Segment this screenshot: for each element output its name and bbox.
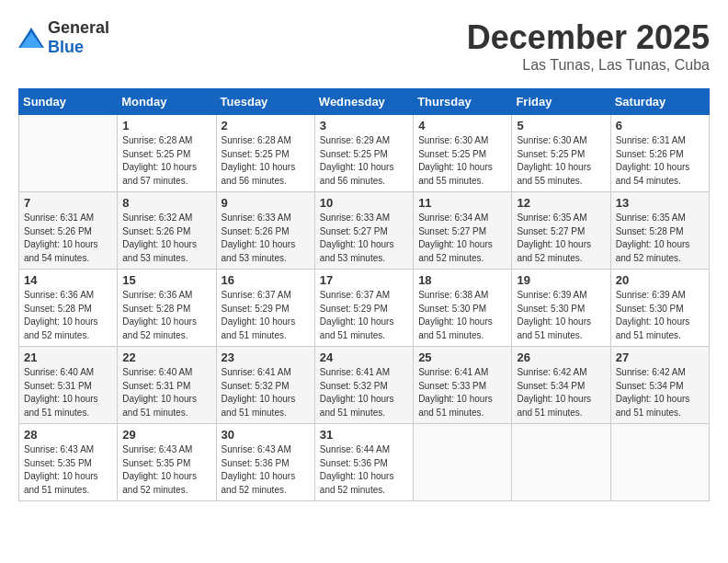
calendar-day-cell <box>414 424 512 501</box>
title-section: December 2025 Las Tunas, Las Tunas, Cuba <box>467 18 710 74</box>
calendar-day-cell: 21Sunrise: 6:40 AMSunset: 5:31 PMDayligh… <box>19 347 118 424</box>
day-info: Sunrise: 6:36 AMSunset: 5:28 PMDaylight:… <box>24 289 112 342</box>
calendar-day-cell: 10Sunrise: 6:33 AMSunset: 5:27 PMDayligh… <box>314 192 413 270</box>
calendar-day-cell: 16Sunrise: 6:37 AMSunset: 5:29 PMDayligh… <box>216 270 314 347</box>
weekday-header-tuesday: Tuesday <box>216 89 314 115</box>
day-number: 26 <box>517 350 605 364</box>
calendar-day-cell: 25Sunrise: 6:41 AMSunset: 5:33 PMDayligh… <box>414 347 512 424</box>
day-number: 9 <box>222 196 310 210</box>
day-info: Sunrise: 6:37 AMSunset: 5:29 PMDaylight:… <box>222 289 310 342</box>
calendar-day-cell: 26Sunrise: 6:42 AMSunset: 5:34 PMDayligh… <box>512 347 610 424</box>
day-info: Sunrise: 6:42 AMSunset: 5:34 PMDaylight:… <box>616 366 704 419</box>
calendar-day-cell: 29Sunrise: 6:43 AMSunset: 5:35 PMDayligh… <box>118 424 216 501</box>
day-info: Sunrise: 6:40 AMSunset: 5:31 PMDaylight:… <box>122 366 210 419</box>
day-info: Sunrise: 6:41 AMSunset: 5:32 PMDaylight:… <box>320 366 408 419</box>
day-info: Sunrise: 6:31 AMSunset: 5:26 PMDaylight:… <box>616 134 704 188</box>
calendar-day-cell: 20Sunrise: 6:39 AMSunset: 5:30 PMDayligh… <box>610 270 709 347</box>
day-info: Sunrise: 6:40 AMSunset: 5:31 PMDaylight:… <box>24 366 112 419</box>
day-number: 15 <box>122 273 210 287</box>
day-number: 28 <box>24 428 112 442</box>
calendar-day-cell: 8Sunrise: 6:32 AMSunset: 5:26 PMDaylight… <box>118 192 216 270</box>
day-number: 10 <box>320 196 408 210</box>
day-info: Sunrise: 6:41 AMSunset: 5:32 PMDaylight:… <box>222 366 310 419</box>
day-info: Sunrise: 6:39 AMSunset: 5:30 PMDaylight:… <box>517 289 605 342</box>
calendar-day-cell: 14Sunrise: 6:36 AMSunset: 5:28 PMDayligh… <box>19 270 118 347</box>
day-info: Sunrise: 6:34 AMSunset: 5:27 PMDaylight:… <box>418 212 506 265</box>
day-info: Sunrise: 6:30 AMSunset: 5:25 PMDaylight:… <box>418 134 506 188</box>
calendar-day-cell: 23Sunrise: 6:41 AMSunset: 5:32 PMDayligh… <box>216 347 314 424</box>
day-info: Sunrise: 6:37 AMSunset: 5:29 PMDaylight:… <box>320 289 408 342</box>
day-info: Sunrise: 6:43 AMSunset: 5:36 PMDaylight:… <box>222 443 310 497</box>
day-number: 17 <box>320 273 408 287</box>
calendar-day-cell: 5Sunrise: 6:30 AMSunset: 5:25 PMDaylight… <box>512 115 610 192</box>
day-number: 22 <box>122 350 210 364</box>
logo: General Blue <box>18 18 109 57</box>
day-info: Sunrise: 6:35 AMSunset: 5:28 PMDaylight:… <box>616 212 704 265</box>
calendar-day-cell: 9Sunrise: 6:33 AMSunset: 5:26 PMDaylight… <box>216 192 314 270</box>
day-info: Sunrise: 6:43 AMSunset: 5:35 PMDaylight:… <box>24 443 112 497</box>
calendar-day-cell: 11Sunrise: 6:34 AMSunset: 5:27 PMDayligh… <box>414 192 512 270</box>
calendar-day-cell: 22Sunrise: 6:40 AMSunset: 5:31 PMDayligh… <box>118 347 216 424</box>
day-number: 2 <box>222 119 310 132</box>
day-info: Sunrise: 6:28 AMSunset: 5:25 PMDaylight:… <box>122 134 210 188</box>
calendar-day-cell: 7Sunrise: 6:31 AMSunset: 5:26 PMDaylight… <box>19 192 118 270</box>
day-number: 12 <box>517 196 605 210</box>
day-info: Sunrise: 6:39 AMSunset: 5:30 PMDaylight:… <box>616 289 704 342</box>
day-info: Sunrise: 6:31 AMSunset: 5:26 PMDaylight:… <box>24 212 112 265</box>
weekday-header-monday: Monday <box>118 89 216 115</box>
calendar-day-cell: 27Sunrise: 6:42 AMSunset: 5:34 PMDayligh… <box>610 347 709 424</box>
day-number: 4 <box>418 119 506 132</box>
calendar-week-row: 7Sunrise: 6:31 AMSunset: 5:26 PMDaylight… <box>19 192 710 270</box>
day-number: 1 <box>122 119 210 132</box>
calendar-day-cell: 31Sunrise: 6:44 AMSunset: 5:36 PMDayligh… <box>314 424 413 501</box>
calendar-table: SundayMondayTuesdayWednesdayThursdayFrid… <box>18 88 710 501</box>
day-info: Sunrise: 6:29 AMSunset: 5:25 PMDaylight:… <box>320 134 408 188</box>
calendar-day-cell <box>610 424 709 501</box>
logo-blue: Blue <box>48 38 84 56</box>
calendar-day-cell: 28Sunrise: 6:43 AMSunset: 5:35 PMDayligh… <box>19 424 118 501</box>
logo-text: General Blue <box>48 18 109 57</box>
day-number: 31 <box>320 428 408 442</box>
day-number: 24 <box>320 350 408 364</box>
weekday-header-saturday: Saturday <box>610 89 709 115</box>
day-number: 25 <box>418 350 506 364</box>
weekday-header-row: SundayMondayTuesdayWednesdayThursdayFrid… <box>19 89 710 115</box>
calendar-day-cell: 15Sunrise: 6:36 AMSunset: 5:28 PMDayligh… <box>118 270 216 347</box>
day-number: 23 <box>222 350 310 364</box>
calendar-week-row: 1Sunrise: 6:28 AMSunset: 5:25 PMDaylight… <box>19 115 710 192</box>
weekday-header-sunday: Sunday <box>19 89 118 115</box>
day-number: 5 <box>517 119 605 132</box>
calendar-day-cell: 2Sunrise: 6:28 AMSunset: 5:25 PMDaylight… <box>216 115 314 192</box>
weekday-header-thursday: Thursday <box>414 89 512 115</box>
day-info: Sunrise: 6:35 AMSunset: 5:27 PMDaylight:… <box>517 212 605 265</box>
calendar-week-row: 14Sunrise: 6:36 AMSunset: 5:28 PMDayligh… <box>19 270 710 347</box>
calendar-day-cell: 3Sunrise: 6:29 AMSunset: 5:25 PMDaylight… <box>314 115 413 192</box>
day-info: Sunrise: 6:32 AMSunset: 5:26 PMDaylight:… <box>122 212 210 265</box>
day-number: 13 <box>616 196 704 210</box>
day-number: 27 <box>616 350 704 364</box>
day-info: Sunrise: 6:44 AMSunset: 5:36 PMDaylight:… <box>320 443 408 497</box>
day-number: 11 <box>418 196 506 210</box>
day-info: Sunrise: 6:38 AMSunset: 5:30 PMDaylight:… <box>418 289 506 342</box>
calendar-day-cell: 17Sunrise: 6:37 AMSunset: 5:29 PMDayligh… <box>314 270 413 347</box>
day-info: Sunrise: 6:28 AMSunset: 5:25 PMDaylight:… <box>222 134 310 188</box>
calendar-day-cell <box>19 115 118 192</box>
calendar-day-cell: 24Sunrise: 6:41 AMSunset: 5:32 PMDayligh… <box>314 347 413 424</box>
calendar-day-cell: 13Sunrise: 6:35 AMSunset: 5:28 PMDayligh… <box>610 192 709 270</box>
day-info: Sunrise: 6:30 AMSunset: 5:25 PMDaylight:… <box>517 134 605 188</box>
logo-general: General <box>48 18 109 37</box>
day-number: 20 <box>616 273 704 287</box>
calendar-day-cell: 18Sunrise: 6:38 AMSunset: 5:30 PMDayligh… <box>414 270 512 347</box>
page-header: General Blue December 2025 Las Tunas, La… <box>18 18 710 74</box>
day-number: 6 <box>616 119 704 132</box>
calendar-day-cell: 19Sunrise: 6:39 AMSunset: 5:30 PMDayligh… <box>512 270 610 347</box>
calendar-day-cell: 6Sunrise: 6:31 AMSunset: 5:26 PMDaylight… <box>610 115 709 192</box>
calendar-day-cell: 30Sunrise: 6:43 AMSunset: 5:36 PMDayligh… <box>216 424 314 501</box>
day-number: 30 <box>222 428 310 442</box>
calendar-day-cell <box>512 424 610 501</box>
day-number: 16 <box>222 273 310 287</box>
day-number: 7 <box>24 196 112 210</box>
calendar-day-cell: 4Sunrise: 6:30 AMSunset: 5:25 PMDaylight… <box>414 115 512 192</box>
calendar-day-cell: 12Sunrise: 6:35 AMSunset: 5:27 PMDayligh… <box>512 192 610 270</box>
day-number: 29 <box>122 428 210 442</box>
